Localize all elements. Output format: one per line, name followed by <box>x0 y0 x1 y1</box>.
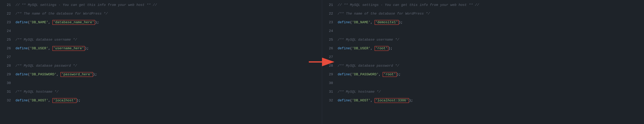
line-num: 27 <box>5 55 16 59</box>
code-define: define('DB_PASSWORD', 'root'); <box>338 73 401 76</box>
code-comment: // ** MySQL settings - You can get this … <box>338 3 479 7</box>
code-comment: /** MySQL database password */ <box>16 64 77 68</box>
code-comment: /** MySQL database password */ <box>338 64 399 68</box>
panels-wrapper: 21 // ** MySQL settings - You can get th… <box>0 0 644 124</box>
line-32-left: 32 define('DB_HOST', 'localhost'); <box>0 99 322 107</box>
code-define: define('DB_NAME', 'demosite1'); <box>338 20 403 24</box>
line-30-left: 30 <box>0 81 322 90</box>
line-num: 21 <box>327 3 338 7</box>
line-num: 32 <box>5 99 16 103</box>
line-num: 30 <box>5 81 16 85</box>
line-num: 26 <box>5 46 16 50</box>
line-num: 22 <box>327 12 338 16</box>
line-num: 26 <box>327 46 338 50</box>
code-comment: /** MySQL hostname */ <box>16 90 58 94</box>
left-panel: 21 // ** MySQL settings - You can get th… <box>0 0 322 124</box>
line-25-left: 25 /** MySQL database username */ <box>0 38 322 46</box>
code-comment: /** MySQL database username */ <box>338 38 399 42</box>
code-define: define('DB_PASSWORD', 'password_here'); <box>16 73 97 76</box>
line-num: 31 <box>5 90 16 94</box>
code-comment: /** The name of the database for WordPre… <box>338 12 430 16</box>
line-24-right: 24 <box>322 29 644 38</box>
line-27-left: 27 <box>0 55 322 64</box>
line-num: 29 <box>327 73 338 76</box>
code-comment: /** The name of the database for WordPre… <box>16 12 108 16</box>
line-21-left: 21 // ** MySQL settings - You can get th… <box>0 3 322 12</box>
line-num: 24 <box>327 29 338 33</box>
line-num: 23 <box>5 20 16 24</box>
line-23-left: 23 define('DB_NAME', 'database_name_here… <box>0 20 322 29</box>
line-22-right: 22 /** The name of the database for Word… <box>322 12 644 20</box>
code-define: define('DB_USER', 'root'); <box>338 46 392 50</box>
line-22-left: 22 /** The name of the database for Word… <box>0 12 322 20</box>
line-26-left: 26 define('DB_USER', 'username_here'); <box>0 46 322 55</box>
line-29-right: 29 define('DB_PASSWORD', 'root'); <box>322 73 644 81</box>
line-31-right: 31 /** MySQL hostname */ <box>322 90 644 99</box>
line-num: 24 <box>5 29 16 33</box>
line-num: 29 <box>5 73 16 76</box>
arrow-divider <box>306 58 338 66</box>
line-num: 28 <box>5 64 16 68</box>
code-comment: // ** MySQL settings - You can get this … <box>16 3 157 7</box>
line-num: 23 <box>327 20 338 24</box>
line-27-right: 27 <box>322 55 644 64</box>
line-29-left: 29 define('DB_PASSWORD', 'password_here'… <box>0 73 322 81</box>
code-define: define('DB_NAME', 'database_name_here'); <box>16 20 99 24</box>
line-num: 31 <box>327 90 338 94</box>
line-num: 22 <box>5 12 16 16</box>
line-num: 25 <box>327 38 338 42</box>
line-num: 30 <box>327 81 338 85</box>
line-23-right: 23 define('DB_NAME', 'demosite1'); <box>322 20 644 29</box>
right-arrow-icon <box>308 58 336 66</box>
line-28-right: 28 /** MySQL database password */ <box>322 64 644 73</box>
line-21-right: 21 // ** MySQL settings - You can get th… <box>322 3 644 12</box>
line-num: 21 <box>5 3 16 7</box>
code-comment: /** MySQL database username */ <box>16 38 77 42</box>
line-num: 25 <box>5 38 16 42</box>
line-num: 32 <box>327 99 338 103</box>
line-25-right: 25 /** MySQL database username */ <box>322 38 644 46</box>
line-31-left: 31 /** MySQL hostname */ <box>0 90 322 99</box>
code-define: define('DB_USER', 'username_here'); <box>16 46 89 50</box>
line-30-right: 30 <box>322 81 644 90</box>
line-26-right: 26 define('DB_USER', 'root'); <box>322 46 644 55</box>
line-32-right: 32 define('DB_HOST', 'localhost:3306'); <box>322 99 644 107</box>
code-define: define('DB_HOST', 'localhost:3306'); <box>338 99 413 103</box>
line-28-left: 28 /** MySQL database password */ <box>0 64 322 73</box>
line-24-left: 24 <box>0 29 322 38</box>
code-comment: /** MySQL hostname */ <box>338 90 381 94</box>
right-panel: 21 // ** MySQL settings - You can get th… <box>322 0 644 124</box>
code-define: define('DB_HOST', 'localhost'); <box>16 99 80 103</box>
